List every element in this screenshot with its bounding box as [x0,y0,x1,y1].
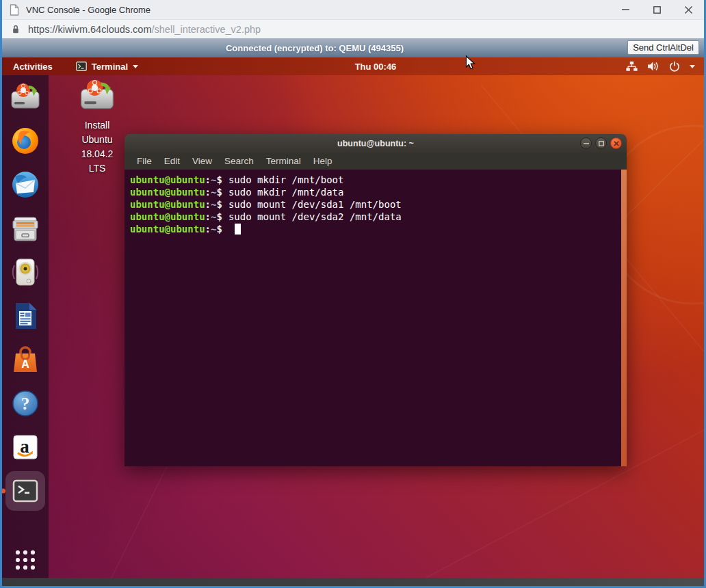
dock-item-amazon[interactable] [9,431,42,464]
url-text: https://kiwivm.64clouds.com/shell_intera… [28,24,261,35]
terminal-icon [9,475,42,507]
terminal-window: ubuntu@ubuntu: ~ File Edit View Search T… [125,134,627,466]
terminal-mini-icon [76,62,87,71]
terminal-window-controls [580,137,622,149]
terminal-menubar: File Edit View Search Terminal Help [125,152,627,170]
url-path: /shell_interactive_v2.php [152,24,261,35]
desktop-icon-label: Install Ubuntu 18.04.2 LTS [73,118,122,176]
dock-item-thunderbird[interactable] [9,168,42,201]
terminal-line: ubuntu@ubuntu:~$sudo mount /dev/sda1 /mn… [130,198,621,211]
terminal-line: ubuntu@ubuntu:~$sudo mkdir /mnt/data [130,186,621,198]
terminal-prompt-line: ubuntu@ubuntu:~$ [130,223,621,235]
browser-titlebar: VNC Console - Google Chrome [2,0,704,19]
system-status-area[interactable] [626,57,695,75]
install-ubuntu-desktop-icon [78,77,116,115]
ubuntu-desktop: Activities Terminal Thu 00:46 [2,57,704,578]
menu-terminal[interactable]: Terminal [260,156,307,166]
chrome-window: A ? a [0,0,706,588]
terminal-minimize-button[interactable] [580,137,592,149]
send-ctrlaltdel-button[interactable]: Send CtrlAltDel [627,40,699,55]
install-ubuntu-icon [9,81,42,113]
chevron-down-icon [133,65,138,68]
power-icon [669,61,680,72]
dock-item-help[interactable] [9,387,42,420]
vnc-status-banner: Connected (encrypted) to: QEMU (494355) [2,38,704,57]
terminal-close-button[interactable] [610,137,622,149]
terminal-line: ubuntu@ubuntu:~$sudo mkdir /mnt/boot [130,174,621,186]
system-menu-chevron-icon [690,65,695,68]
terminal-cursor [235,224,241,235]
menu-file[interactable]: File [131,156,158,166]
vnc-status-text: Connected (encrypted) to: QEMU (494355) [226,43,404,53]
dock-item-terminal[interactable] [9,475,42,507]
show-applications-grid-icon [9,544,42,576]
terminal-scrollbar[interactable] [621,170,627,466]
window-controls [610,0,704,19]
file-cabinet-icon [9,212,42,245]
amazon-icon [9,431,42,464]
minimize-button[interactable] [610,0,641,19]
page-bottom-strip [2,578,704,586]
terminal-line: ubuntu@ubuntu:~$sudo mount /dev/sda2 /mn… [130,211,621,223]
dock-item-libreoffice-writer[interactable] [9,299,42,332]
terminal-titlebar[interactable]: ubuntu@ubuntu: ~ [125,134,627,152]
volume-icon [647,61,659,72]
terminal-output[interactable]: ubuntu@ubuntu:~$sudo mkdir /mnt/boot ubu… [125,170,621,466]
menu-help[interactable]: Help [307,156,339,166]
menu-view[interactable]: View [186,156,218,166]
close-button[interactable] [672,0,704,19]
page-favicon-icon [10,4,19,16]
topbar-clock[interactable]: Thu 00:46 [355,62,397,72]
libreoffice-writer-icon [9,299,42,332]
focused-app-menu[interactable]: Terminal [76,62,138,72]
gnome-top-bar: Activities Terminal Thu 00:46 [2,57,704,75]
firefox-icon [9,124,42,157]
help-icon [9,387,42,420]
show-applications-button[interactable] [9,544,42,576]
dock-item-firefox[interactable] [9,124,42,157]
dock-item-file-cabinet[interactable] [9,212,42,245]
rhythmbox-icon [9,256,42,289]
maximize-button[interactable] [641,0,672,19]
window-title: VNC Console - Google Chrome [26,5,151,15]
browser-address-bar[interactable]: https://kiwivm.64clouds.com/shell_intera… [2,19,704,38]
dock-item-install-ubuntu[interactable] [9,81,42,113]
desktop-icon-install-ubuntu[interactable]: Install Ubuntu 18.04.2 LTS [73,77,122,176]
url-host: https://kiwivm.64clouds.com [28,24,152,35]
menu-edit[interactable]: Edit [158,156,186,166]
mouse-cursor-icon [465,55,475,70]
terminal-window-title: ubuntu@ubuntu: ~ [337,139,414,148]
dock [2,75,49,578]
focused-app-label: Terminal [92,62,128,72]
thunderbird-icon [9,168,42,201]
menu-search[interactable]: Search [218,156,260,166]
ubuntu-software-icon [9,343,42,376]
terminal-maximize-button[interactable] [595,137,607,149]
network-wired-icon [626,61,638,72]
dock-item-ubuntu-software[interactable] [9,343,42,376]
activities-button[interactable]: Activities [13,62,53,72]
lock-icon [12,25,20,34]
dock-item-rhythmbox[interactable] [9,256,42,289]
